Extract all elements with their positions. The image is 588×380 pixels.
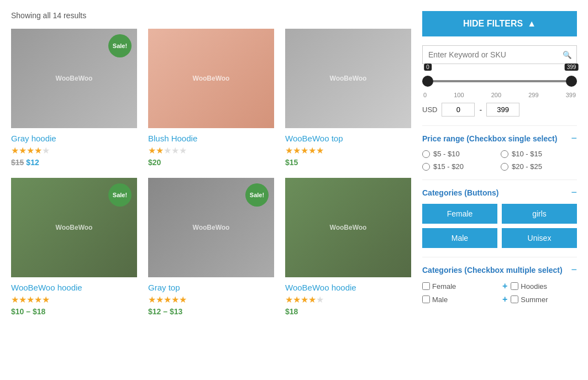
star-filled: ★ xyxy=(19,145,27,156)
star-filled: ★ xyxy=(171,294,179,305)
star-rating: ★★★★★ xyxy=(148,294,274,305)
hide-filters-button[interactable]: HIDE FILTERS ▲ xyxy=(422,11,577,36)
star-filled: ★ xyxy=(301,145,308,156)
slider-label-0: 0 xyxy=(423,92,427,98)
product-image-text: WooBeWoo xyxy=(193,75,230,82)
multi-check-female[interactable]: Female xyxy=(422,281,498,291)
star-filled: ★ xyxy=(11,145,19,156)
product-card-blush-hoodie[interactable]: WooBeWoo Blush Hoodie ★★★★★ $20 xyxy=(148,29,274,167)
product-image: Sale! WooBeWoo xyxy=(11,29,137,128)
categories-buttons-toggle[interactable]: − xyxy=(571,187,577,198)
star-filled: ★ xyxy=(316,145,324,156)
product-price: $12 – $13 xyxy=(148,307,274,316)
star-filled: ★ xyxy=(285,145,293,156)
star-empty: ★ xyxy=(179,145,187,156)
star-filled: ★ xyxy=(156,294,164,305)
slider-min-value: 0 xyxy=(424,64,432,71)
price-range-toggle[interactable]: − xyxy=(571,133,577,144)
star-empty: ★ xyxy=(42,145,50,156)
price-radio-2[interactable] xyxy=(501,150,508,158)
star-filled: ★ xyxy=(285,294,293,305)
price-option-4-label: $20 - $25 xyxy=(512,162,542,171)
old-price: $15 xyxy=(11,158,24,167)
product-card-gray-hoodie[interactable]: Sale! WooBeWoo Gray hoodie ★★★★★ $15$12 xyxy=(11,29,137,167)
product-name[interactable]: Gray top xyxy=(148,283,274,292)
product-card-woobewoo-hoodie-2[interactable]: WooBeWoo WooBeWoo hoodie ★★★★★ $18 xyxy=(285,178,411,316)
star-filled: ★ xyxy=(11,294,19,305)
multi-check-grid: Female + Hoodies Male + Summer xyxy=(422,281,577,304)
product-price: $20 xyxy=(148,158,274,167)
price-separator: - xyxy=(479,105,482,114)
product-name[interactable]: WooBeWoo hoodie xyxy=(285,283,411,292)
product-card-woobewoo-top[interactable]: WooBeWoo WooBeWoo top ★★★★★ $15 xyxy=(285,29,411,167)
product-price: $18 xyxy=(285,307,411,316)
star-rating: ★★★★★ xyxy=(285,294,411,305)
cat-btn-girls[interactable]: girls xyxy=(502,204,577,224)
multi-check-summer[interactable]: + Summer xyxy=(501,294,577,304)
product-image: Sale! WooBeWoo xyxy=(148,178,274,277)
multi-check-female-label: Female xyxy=(432,282,456,291)
slider-thumb-min[interactable]: 0 xyxy=(422,76,433,87)
price-radio-1[interactable] xyxy=(422,150,430,158)
star-filled: ★ xyxy=(34,145,42,156)
price-slider-section: 0 399 0 100 200 299 399 USD - xyxy=(422,73,577,117)
product-name[interactable]: Gray hoodie xyxy=(11,134,137,143)
product-card-gray-top[interactable]: Sale! WooBeWoo Gray top ★★★★★ $12 – $13 xyxy=(148,178,274,316)
search-box: 🔍 xyxy=(422,45,577,64)
slider-thumb-max[interactable]: 399 xyxy=(566,76,577,87)
checkbox-female[interactable] xyxy=(422,282,430,290)
price-range-title: Price range (Checkbox single select) xyxy=(422,134,557,143)
star-filled: ★ xyxy=(293,145,301,156)
product-image: Sale! WooBeWoo xyxy=(11,178,137,277)
search-button[interactable]: 🔍 xyxy=(558,46,576,64)
category-button-grid: Female girls Male Unisex xyxy=(422,204,577,248)
star-rating: ★★★★★ xyxy=(148,145,274,156)
price-option-1[interactable]: $5 - $10 xyxy=(422,150,498,158)
product-card-woobewoo-hoodie-1[interactable]: Sale! WooBeWoo WooBeWoo hoodie ★★★★★ $10… xyxy=(11,178,137,316)
product-image-text: WooBeWoo xyxy=(330,75,367,82)
search-input[interactable] xyxy=(423,46,558,64)
product-price: $15$12 xyxy=(11,158,137,167)
product-image: WooBeWoo xyxy=(148,29,274,128)
star-empty: ★ xyxy=(171,145,179,156)
price-option-4[interactable]: $20 - $25 xyxy=(501,162,577,171)
price-range-header: Price range (Checkbox single select) − xyxy=(422,133,577,144)
categories-checkbox-header: Categories (Checkbox multiple select) − xyxy=(422,264,577,276)
categories-checkbox-title: Categories (Checkbox multiple select) xyxy=(422,266,563,275)
multi-check-hoodies[interactable]: + Hoodies xyxy=(501,281,577,291)
product-price: $10 – $18 xyxy=(11,307,137,316)
star-empty: ★ xyxy=(164,145,171,156)
categories-checkbox-toggle[interactable]: − xyxy=(571,264,577,276)
price-inputs: USD - xyxy=(422,103,577,117)
product-name[interactable]: WooBeWoo hoodie xyxy=(11,283,137,292)
multi-check-male[interactable]: Male xyxy=(422,294,498,304)
multi-check-male-label: Male xyxy=(432,295,448,304)
product-image-text: WooBeWoo xyxy=(330,224,367,231)
product-image-text: WooBeWoo xyxy=(56,75,93,82)
price-radio-3[interactable] xyxy=(422,163,430,171)
sale-badge: Sale! xyxy=(245,183,269,207)
slider-label-399: 399 xyxy=(566,92,576,98)
categories-buttons-section: Categories (Buttons) − Female girls Male… xyxy=(422,180,577,248)
slider-label-200: 200 xyxy=(491,92,501,98)
cat-btn-female[interactable]: Female xyxy=(422,204,497,224)
sale-badge: Sale! xyxy=(108,183,132,207)
sale-badge: Sale! xyxy=(108,34,132,57)
cat-btn-unisex[interactable]: Unisex xyxy=(502,228,577,248)
price-min-input[interactable] xyxy=(442,103,475,117)
checkbox-hoodies[interactable] xyxy=(511,282,518,290)
product-name[interactable]: Blush Hoodie xyxy=(148,134,274,143)
star-empty: ★ xyxy=(316,294,324,305)
sidebar: HIDE FILTERS ▲ 🔍 0 399 0 1 xyxy=(422,11,577,316)
price-radio-4[interactable] xyxy=(501,163,508,171)
product-name[interactable]: WooBeWoo top xyxy=(285,134,411,143)
checkbox-male[interactable] xyxy=(422,295,430,303)
price-option-2[interactable]: $10 - $15 xyxy=(501,150,577,158)
results-count: Showing all 14 results xyxy=(11,11,411,20)
price-max-input[interactable] xyxy=(486,103,519,117)
price-option-3[interactable]: $15 - $20 xyxy=(422,162,498,171)
cat-btn-male[interactable]: Male xyxy=(422,228,497,248)
checkbox-summer[interactable] xyxy=(511,295,518,303)
star-filled: ★ xyxy=(27,145,34,156)
product-image-placeholder: WooBeWoo xyxy=(285,178,411,277)
